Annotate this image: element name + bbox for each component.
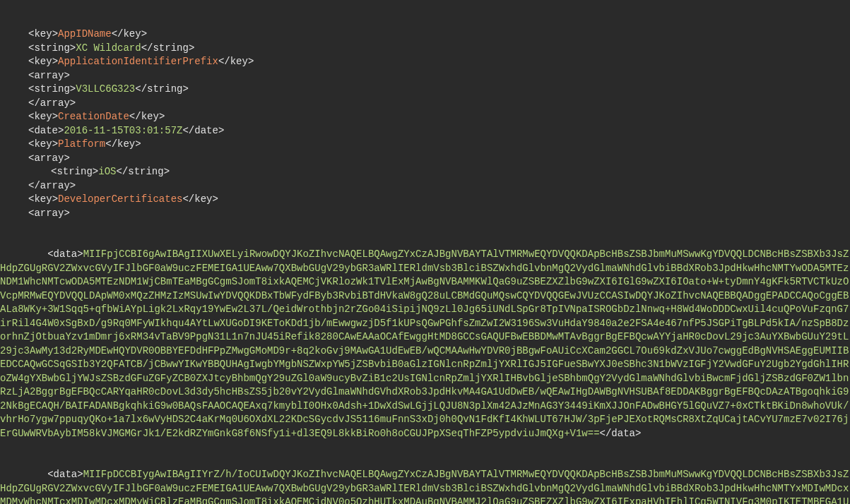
code-line: <key>AppIDName</key> (0, 28, 850, 42)
data-open-tag: <data> (0, 248, 83, 260)
code-line: <string>iOS</string> (0, 165, 850, 179)
code-block: <key>AppIDName</key><string>XC Wildcard<… (0, 0, 850, 504)
code-line: </array> (0, 97, 850, 111)
code-line: <string>V3LLC6G323</string> (0, 83, 850, 97)
data-block-2: <data>MIIFpDCCBIygAwIBAgIIYrZ/h/IoCUIwDQ… (0, 468, 850, 504)
data-content-2: MIIFpDCCBIygAwIBAgIIYrZ/h/IoCUIwDQYJKoZI… (0, 469, 849, 504)
data-content-1: MIIFpjCCBI6gAwIBAgIIXUwXELyiRwowDQYJKoZI… (0, 248, 849, 439)
code-line: <date>2016-11-15T03:01:57Z</date> (0, 124, 850, 138)
code-line: <key>DeveloperCertificates</key> (0, 193, 850, 207)
code-line: <string>XC Wildcard</string> (0, 42, 850, 56)
code-line: <array> (0, 69, 850, 83)
code-line: <key>Platform</key> (0, 138, 850, 152)
data-open-tag-2: <data> (0, 469, 83, 480)
data-block-1: <data>MIIFpjCCBI6gAwIBAgIIXUwXELyiRwowDQ… (0, 248, 850, 440)
data-close-tag: </data> (600, 428, 642, 439)
code-line: </array> (0, 179, 850, 193)
code-line: <array> (0, 207, 850, 221)
code-line: <key>CreationDate</key> (0, 110, 850, 124)
code-line: <array> (0, 152, 850, 166)
code-line: <key>ApplicationIdentifierPrefix</key> (0, 55, 850, 69)
